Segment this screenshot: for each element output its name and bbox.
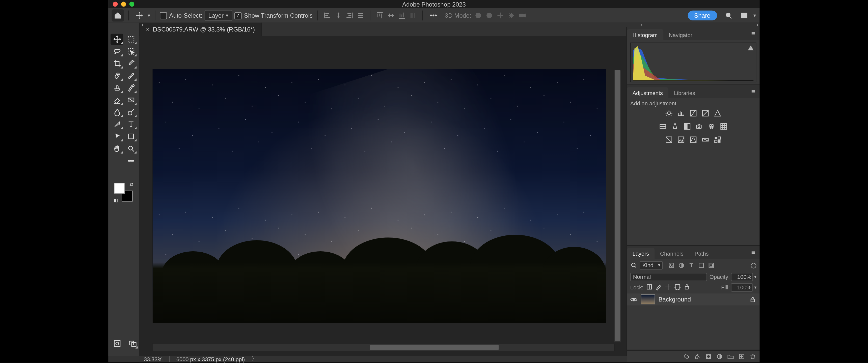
photo-filter-icon[interactable]	[695, 122, 704, 131]
align-bottom-icon[interactable]	[397, 10, 406, 21]
align-right-icon[interactable]	[344, 10, 354, 21]
tab-paths[interactable]: Paths	[689, 248, 714, 259]
dodge-tool[interactable]	[124, 107, 137, 118]
foreground-color-swatch[interactable]	[114, 183, 125, 194]
delete-layer-icon[interactable]	[749, 353, 756, 360]
lock-pixels-icon[interactable]	[655, 283, 662, 292]
screen-mode-icon[interactable]	[127, 338, 138, 349]
status-more-icon[interactable]: 〉	[252, 355, 257, 363]
window-zoom-button[interactable]	[129, 2, 134, 7]
layer-fx-icon[interactable]: fx	[693, 353, 701, 360]
fill-dropdown-icon[interactable]: ▾	[754, 285, 756, 290]
eyedropper-tool[interactable]	[124, 58, 137, 69]
share-button[interactable]: Share	[688, 10, 717, 21]
lock-position-icon[interactable]	[664, 283, 672, 292]
hand-tool[interactable]	[111, 143, 123, 154]
edit-toolbar-icon[interactable]	[124, 155, 137, 166]
lock-transparency-icon[interactable]	[646, 283, 653, 292]
status-dimensions[interactable]: 6000 px x 3375 px (240 ppi)	[176, 356, 245, 362]
shape-tool[interactable]	[124, 131, 137, 142]
workspace-switcher-dropdown-icon[interactable]: ▾	[753, 12, 756, 18]
curves-icon[interactable]	[689, 109, 698, 118]
marquee-tool[interactable]	[124, 34, 137, 45]
brush-tool[interactable]	[124, 70, 137, 81]
hue-saturation-icon[interactable]	[658, 122, 667, 131]
layer-visibility-icon[interactable]	[630, 296, 638, 303]
tab-navigator[interactable]: Navigator	[663, 29, 698, 40]
gradient-tool[interactable]	[124, 95, 137, 106]
eraser-tool[interactable]	[111, 95, 123, 106]
lock-artboard-icon[interactable]	[674, 283, 681, 292]
brightness-contrast-icon[interactable]	[664, 109, 674, 118]
left-panel-collapse-icon[interactable]: ‹‹	[641, 23, 641, 27]
more-align-options-icon[interactable]	[427, 9, 439, 22]
filter-shape-layers-icon[interactable]	[697, 261, 705, 269]
color-lookup-icon[interactable]	[719, 122, 728, 131]
home-button[interactable]	[112, 9, 124, 22]
align-top-icon[interactable]	[375, 10, 384, 21]
layers-panel-menu-icon[interactable]: ≡	[747, 249, 760, 256]
layer-lock-icon[interactable]	[749, 296, 756, 303]
vibrance-icon[interactable]	[713, 109, 722, 118]
type-tool[interactable]	[124, 119, 137, 130]
zoom-tool[interactable]	[124, 143, 137, 154]
move-tool[interactable]	[111, 34, 123, 45]
link-layers-icon[interactable]	[682, 353, 690, 360]
distribute-v-icon[interactable]	[408, 10, 417, 21]
layer-item-background[interactable]: Background	[627, 293, 760, 305]
color-swatches[interactable]: ⇄ ◧	[114, 183, 132, 201]
auto-select-dropdown[interactable]: Layer ▾	[205, 10, 232, 21]
channel-mixer-icon[interactable]	[707, 122, 716, 131]
color-balance-icon[interactable]	[671, 122, 680, 131]
opacity-dropdown-icon[interactable]: ▾	[754, 274, 756, 279]
invert-icon[interactable]	[664, 135, 674, 144]
tab-adjustments[interactable]: Adjustments	[627, 87, 669, 98]
tab-histogram[interactable]: Histogram	[627, 29, 663, 40]
window-close-button[interactable]	[113, 2, 118, 7]
align-left-icon[interactable]	[322, 10, 332, 21]
gradient-map-icon[interactable]	[701, 135, 710, 144]
layer-filter-search-icon[interactable]	[630, 262, 638, 269]
tools-expand-icon[interactable]: ‹‹	[142, 23, 142, 27]
black-white-icon[interactable]	[683, 122, 692, 131]
align-hcenter-icon[interactable]	[333, 10, 343, 21]
object-select-tool[interactable]	[124, 46, 137, 57]
document-canvas[interactable]	[153, 69, 606, 323]
auto-select-checkbox[interactable]	[160, 12, 167, 19]
add-mask-icon[interactable]	[704, 353, 712, 360]
canvas-horizontal-scrollbar[interactable]	[153, 343, 615, 352]
new-layer-icon[interactable]	[738, 353, 745, 360]
exposure-icon[interactable]	[701, 109, 710, 118]
clone-stamp-tool[interactable]	[111, 82, 123, 93]
new-adjustment-layer-icon[interactable]	[715, 353, 723, 360]
path-select-tool[interactable]	[111, 131, 123, 142]
tab-libraries[interactable]: Libraries	[669, 87, 701, 98]
distribute-h-icon[interactable]	[355, 10, 365, 21]
histogram-panel-menu-icon[interactable]: ≡	[747, 30, 760, 38]
selective-color-icon[interactable]	[713, 135, 722, 144]
layer-thumbnail[interactable]	[641, 294, 655, 304]
crop-tool[interactable]	[111, 58, 123, 69]
window-minimize-button[interactable]	[121, 2, 126, 7]
adjustments-panel-menu-icon[interactable]: ≡	[747, 88, 760, 96]
filter-smart-layers-icon[interactable]	[707, 261, 715, 269]
default-colors-icon[interactable]: ◧	[114, 198, 118, 203]
history-brush-tool[interactable]	[124, 82, 137, 93]
filter-adjust-layers-icon[interactable]	[677, 261, 685, 269]
layer-filter-toggle[interactable]	[751, 263, 756, 268]
blend-mode-dropdown[interactable]: Normal	[630, 273, 707, 281]
tool-preset-dropdown-icon[interactable]: ▾	[148, 12, 150, 18]
fill-value[interactable]: 100%	[731, 283, 753, 292]
align-vcenter-icon[interactable]	[385, 10, 395, 21]
search-icon[interactable]	[723, 9, 735, 22]
filter-type-layers-icon[interactable]	[687, 261, 695, 269]
new-group-icon[interactable]	[726, 353, 734, 360]
quick-mask-icon[interactable]	[112, 338, 123, 349]
opacity-value[interactable]: 100%	[731, 273, 753, 281]
filter-pixel-layers-icon[interactable]	[668, 261, 675, 269]
canvas-vertical-scrollbar[interactable]	[614, 69, 621, 342]
healing-brush-tool[interactable]	[111, 70, 123, 81]
show-transform-checkbox[interactable]: ✓	[235, 12, 242, 19]
move-tool-icon[interactable]	[133, 9, 145, 22]
tab-channels[interactable]: Channels	[654, 248, 689, 259]
